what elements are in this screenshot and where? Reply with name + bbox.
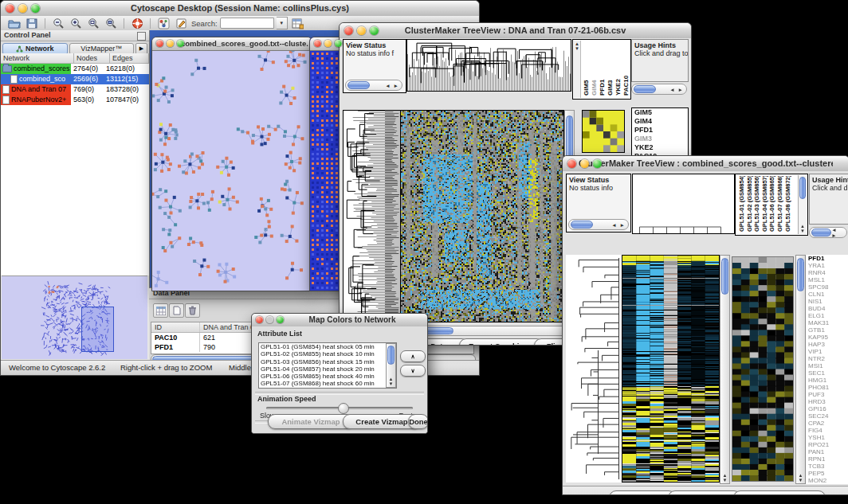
minimize-button[interactable] bbox=[580, 159, 589, 168]
zoom-button[interactable] bbox=[370, 26, 379, 35]
window-controls bbox=[6, 4, 40, 13]
zoom-button[interactable] bbox=[31, 4, 40, 13]
zoom-button[interactable] bbox=[177, 40, 184, 47]
animate-vizmap-button[interactable]: Animate Vizmap bbox=[268, 414, 354, 429]
zoom-button[interactable] bbox=[593, 159, 602, 168]
attribute-item[interactable]: GPL51-03 (GSM856) heat shock 15 min bbox=[259, 358, 396, 365]
global-vscrollbar[interactable]: ▲▼ bbox=[720, 255, 730, 484]
move-up-button[interactable]: ∧ bbox=[400, 350, 426, 362]
network-row[interactable]: RNAPuberNov2+563(0)107847(0) bbox=[1, 95, 149, 105]
zoom-button[interactable] bbox=[335, 40, 342, 47]
zoom-selected-icon[interactable] bbox=[104, 18, 118, 29]
close-button[interactable] bbox=[344, 26, 353, 35]
zoom-heatmap[interactable] bbox=[582, 110, 625, 153]
attribute-item[interactable]: GPL51-01 (GSM854) heat shock 05 min bbox=[259, 343, 396, 350]
slider-thumb[interactable] bbox=[338, 403, 349, 414]
attribute-list-scrollbar[interactable]: ▲▼ bbox=[386, 343, 396, 388]
search-area: Search: ▼ bbox=[191, 17, 288, 29]
attribute-item[interactable]: GPL51-04 (GSM857) heat shock 20 min bbox=[259, 365, 396, 373]
minimize-button[interactable] bbox=[18, 4, 27, 13]
usage-hints-scrollbar[interactable]: ◄ ► bbox=[809, 227, 847, 238]
zoom-button[interactable] bbox=[277, 316, 284, 323]
table-import-icon[interactable] bbox=[291, 18, 305, 29]
attribute-item[interactable]: GPL51-07 (GSM868) heat shock 60 min bbox=[259, 380, 396, 387]
search-input[interactable] bbox=[220, 18, 274, 29]
delete-attribute-icon[interactable] bbox=[185, 303, 200, 318]
treeview-combined-titlebar[interactable]: ClusterMaker TreeView : combined_scores_… bbox=[563, 156, 848, 172]
move-down-button[interactable]: ∨ bbox=[400, 365, 426, 377]
gene-label: PFD1 bbox=[632, 126, 688, 135]
window-controls bbox=[314, 40, 342, 47]
done-button[interactable]: Done bbox=[408, 414, 428, 429]
toolbar-separator bbox=[45, 18, 45, 29]
network-row[interactable]: DNA and Tran 07769(0)183728(0) bbox=[1, 84, 149, 95]
network-canvas[interactable] bbox=[152, 51, 310, 291]
network-row[interactable]: combined_sco2569(6)13112(15) bbox=[1, 74, 149, 84]
view-status-scrollbar[interactable]: ◄ ► bbox=[345, 80, 402, 91]
new-attribute-icon[interactable] bbox=[169, 303, 184, 318]
gene-label: VIP1 bbox=[806, 348, 848, 355]
minimize-button[interactable] bbox=[266, 316, 273, 323]
column-dendrogram[interactable] bbox=[406, 39, 571, 92]
close-button[interactable] bbox=[6, 4, 14, 13]
view-status-scrollbar[interactable]: ◄ ► bbox=[568, 219, 629, 230]
network-row[interactable]: combined_scores2764(0)16218(0) bbox=[1, 64, 149, 74]
treeview-combined-body: View Status No status info ◄ ► GPL51-01 … bbox=[563, 171, 848, 494]
network-view-titlebar[interactable]: combined_scores_good.txt--cluste... bbox=[152, 37, 312, 51]
help-lifering-icon[interactable] bbox=[130, 18, 144, 29]
gene-label: ELG1 bbox=[806, 312, 848, 319]
vizmapper-icon[interactable] bbox=[156, 18, 171, 29]
row-dendrogram[interactable] bbox=[343, 110, 385, 322]
column-label: GPL51-01 (GSM854) bbox=[738, 176, 746, 232]
network-list: Network Nodes Edges combined_scores2764(… bbox=[1, 53, 149, 275]
export-graphics-button[interactable]: Export Graphics... bbox=[733, 490, 826, 495]
open-session-button[interactable] bbox=[7, 18, 22, 29]
doc-icon bbox=[2, 96, 10, 104]
birds-eye-view[interactable] bbox=[2, 275, 147, 359]
network-view-title: combined_scores_good.txt--cluste... bbox=[181, 39, 308, 48]
zoom-column-scrollbar[interactable]: ▲▼ bbox=[574, 41, 581, 98]
close-button[interactable] bbox=[314, 40, 321, 47]
export-graphics-button[interactable]: Export Graphics... bbox=[459, 338, 544, 346]
gene-label: RPO21 bbox=[806, 441, 848, 448]
close-button[interactable] bbox=[256, 316, 263, 323]
column-label: YKE2 bbox=[614, 41, 622, 96]
annotation-icon[interactable] bbox=[174, 18, 188, 29]
search-dropdown-button[interactable]: ▼ bbox=[277, 17, 288, 29]
row-dendrogram[interactable] bbox=[566, 255, 622, 483]
animation-speed-slider[interactable] bbox=[266, 407, 413, 409]
usage-hints-scrollbar[interactable]: ◄ ► bbox=[631, 84, 687, 95]
attribute-list[interactable]: GPL51-01 (GSM854) heat shock 05 minGPL51… bbox=[258, 342, 397, 389]
gene-label: NTR2 bbox=[806, 355, 848, 362]
zoom-fit-icon[interactable] bbox=[86, 18, 100, 29]
global-heatmap[interactable] bbox=[400, 110, 564, 322]
view-status-panel: View Status No status info f ◄ ► bbox=[343, 39, 406, 93]
column-dendrogram[interactable] bbox=[632, 174, 735, 234]
minimize-button[interactable] bbox=[324, 40, 332, 47]
float-panel-icon[interactable] bbox=[137, 32, 146, 41]
zoom-out-icon[interactable] bbox=[51, 18, 65, 29]
dialog-titlebar[interactable]: Map Colors to Network bbox=[252, 314, 427, 327]
global-heatmap[interactable] bbox=[622, 255, 720, 483]
attribute-item[interactable]: GPL51-06 (GSM865) heat shock 40 min bbox=[259, 373, 396, 380]
settings-button[interactable]: Settings... bbox=[609, 490, 676, 495]
gene-label: KAP95 bbox=[806, 334, 848, 341]
minimize-button[interactable] bbox=[167, 40, 174, 47]
toolbar-separator bbox=[124, 18, 124, 29]
select-attributes-icon[interactable] bbox=[153, 303, 168, 318]
main-titlebar[interactable]: Cytoscape Desktop (Session Name: collins… bbox=[1, 1, 479, 17]
zoom-in-icon[interactable] bbox=[69, 18, 83, 29]
column-labels-scrollbar[interactable]: ▲▼ bbox=[798, 175, 807, 234]
view-status-text: No status info bbox=[567, 184, 630, 192]
minimize-button[interactable] bbox=[357, 26, 366, 35]
gene-label: YRA1 bbox=[806, 262, 848, 269]
zoom-heatmap[interactable] bbox=[732, 256, 794, 482]
treeview-dna-titlebar[interactable]: ClusterMaker TreeView : DNA and Tran 07-… bbox=[340, 23, 691, 39]
gene-label: CPA2 bbox=[806, 420, 848, 427]
save-session-button[interactable] bbox=[25, 18, 39, 29]
attribute-item[interactable]: GPL51-02 (GSM855) heat shock 10 min bbox=[259, 350, 396, 357]
save-data-button[interactable]: Save Data... bbox=[668, 490, 741, 495]
close-button[interactable] bbox=[156, 40, 163, 47]
close-button[interactable] bbox=[567, 159, 576, 168]
usage-hints-text: Click and drag to bbox=[632, 49, 688, 57]
